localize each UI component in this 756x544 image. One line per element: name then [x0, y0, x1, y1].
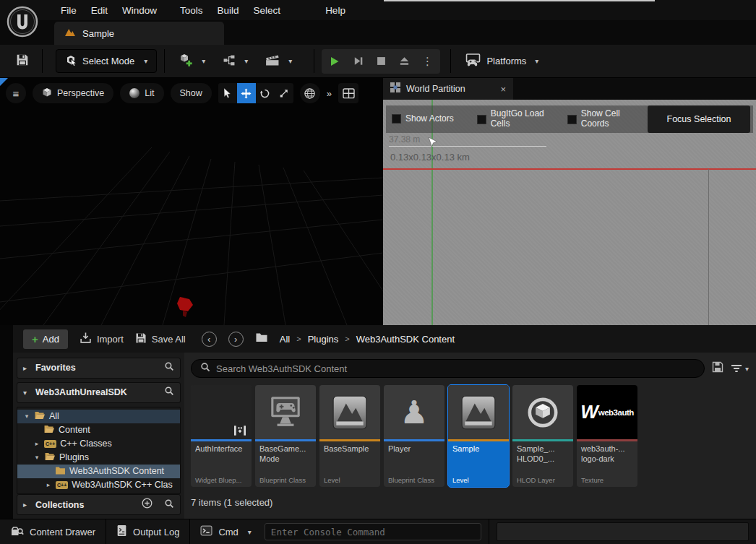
save-search-icon[interactable] [712, 361, 723, 376]
cmd-dropdown[interactable]: Cmd ▾ [190, 519, 261, 544]
menu-file[interactable]: File [53, 2, 84, 19]
search-icon[interactable] [164, 498, 174, 511]
play-options-kebab[interactable]: ⋮ [416, 51, 439, 72]
add-asset-button[interactable]: + Add [23, 329, 68, 349]
menu-help[interactable]: Help [318, 2, 353, 19]
back-button[interactable]: ‹ [202, 332, 217, 347]
search-icon [200, 362, 210, 375]
save-current-level-button[interactable] [10, 50, 35, 72]
asset-search-input[interactable] [191, 359, 705, 378]
asset-tile-authinterface[interactable]: AuthInterfaceWidget Bluep... [191, 385, 252, 487]
menu-edit[interactable]: Edit [84, 2, 115, 19]
output-log-button[interactable]: Output Log [106, 519, 189, 544]
collapse-arrow-icon[interactable]: ▾ [23, 389, 30, 397]
collections-section[interactable]: ▸ Collections [17, 494, 181, 515]
asset-thumbnail [255, 385, 316, 439]
add-collection-icon[interactable] [142, 498, 153, 511]
asset-tile-basegamemode[interactable]: BaseGame... ModeBlueprint Class [255, 385, 316, 487]
asset-tile-basesample[interactable]: BaseSampleLevel [319, 385, 380, 487]
tree-item-web3authsdk-content[interactable]: Web3AuthSDK Content [17, 465, 180, 478]
stop-button[interactable] [369, 51, 392, 72]
chevron-down-icon: ▾ [144, 57, 147, 65]
breadcrumb-current[interactable]: Web3AuthSDK Content [356, 334, 455, 345]
save-all-button[interactable]: Save All [135, 332, 186, 346]
asset-thumbnail [512, 385, 573, 439]
platforms-dropdown[interactable]: Platforms ▾ [458, 50, 544, 73]
add-actor-dropdown[interactable]: ▾ [172, 49, 211, 73]
unreal-logo-icon[interactable] [5, 4, 40, 39]
asset-tile-web3auth-logo[interactable]: W web3auth web3auth-... logo-darkTexture [577, 385, 637, 487]
menu-select[interactable]: Select [246, 2, 288, 19]
blueprints-dropdown[interactable]: ▾ [217, 51, 254, 72]
frame-skip-button[interactable] [346, 51, 369, 72]
forward-button[interactable]: › [228, 332, 244, 347]
save-all-label: Save All [152, 334, 186, 345]
open-folder-icon [44, 452, 56, 463]
asset-tile-player[interactable]: ♟ PlayerBlueprint Class [384, 385, 444, 487]
search-icon[interactable] [164, 361, 174, 374]
play-button[interactable] [323, 51, 346, 72]
checkbox[interactable] [392, 114, 401, 124]
world-partition-minimap[interactable]: Show Actors BugItGo Load Cells Show Cell… [383, 100, 756, 325]
breadcrumb-plugins[interactable]: Plugins [308, 334, 339, 345]
menu-window[interactable]: Window [115, 2, 164, 19]
expand-arrow-icon[interactable]: ▸ [23, 501, 30, 509]
cinematics-dropdown[interactable]: ▾ [259, 51, 298, 72]
viewport-layout-button[interactable] [338, 83, 358, 103]
select-mode-label: Select Mode [82, 56, 134, 66]
asset-thumbnail: W web3auth [577, 385, 637, 439]
asset-tile-sample-selected[interactable]: SampleLevel [448, 385, 509, 487]
select-tool-button[interactable] [218, 83, 237, 103]
show-dropdown[interactable]: Show [171, 83, 212, 103]
tab-sample-level[interactable]: Sample [54, 22, 224, 45]
breadcrumb-separator: > [345, 334, 349, 343]
focus-selection-button[interactable]: Focus Selection [648, 105, 750, 133]
show-actors-checkbox-row[interactable]: Show Actors [392, 114, 454, 124]
rotate-tool-button[interactable] [256, 83, 275, 103]
tree-item-cpp-classes[interactable]: ▸ C++ C++ Classes [17, 437, 180, 451]
red-actor [177, 297, 193, 311]
console-command-input[interactable] [265, 523, 481, 540]
chevron-down-icon: ▾ [535, 57, 538, 65]
menu-tools[interactable]: Tools [173, 2, 210, 19]
bugitgo-checkbox-row[interactable]: BugItGo Load Cells [477, 109, 544, 129]
console-field[interactable] [271, 527, 475, 537]
favorites-section[interactable]: ▸ Favorites [17, 358, 181, 379]
breadcrumb-all[interactable]: All [280, 334, 290, 345]
tree-item-content[interactable]: Content [17, 423, 180, 437]
show-cell-coords-label: Show Cell Coords [581, 109, 620, 129]
import-icon [80, 332, 92, 346]
viewport-options-menu-icon[interactable]: ≡ [6, 83, 26, 103]
tree-item-all[interactable]: ▾ All [17, 410, 180, 423]
search-icon[interactable] [164, 386, 174, 399]
expand-arrow-icon[interactable]: ▸ [23, 364, 30, 372]
level-viewport[interactable]: ≡ Perspective Lit Show [0, 78, 383, 325]
tree-item-plugins[interactable]: ▾ Plugins [17, 451, 180, 465]
lit-dropdown[interactable]: Lit [120, 83, 163, 103]
select-mode-dropdown[interactable]: Select Mode ▾ [56, 49, 157, 73]
checkbox[interactable] [477, 115, 486, 124]
content-drawer-button[interactable]: Content Drawer [0, 519, 106, 544]
scale-tool-button[interactable] [275, 83, 293, 103]
asset-tile-sample-hlod[interactable]: Sample_... HLOD0_...HLOD Layer [512, 385, 573, 487]
eject-button[interactable] [392, 51, 416, 72]
import-button[interactable]: Import [80, 332, 124, 346]
content-browser-sidebar: ▸ Favorites ▾ Web3AuthUnrealSDK ▾ All [13, 353, 184, 519]
tree-item-web3authsdk-cpp[interactable]: ▸ C++ Web3AuthSDK C++ Clas [17, 478, 180, 492]
project-section[interactable]: ▾ Web3AuthUnrealSDK [17, 382, 181, 403]
widget-blueprint-icon [233, 425, 247, 436]
search-field[interactable] [216, 363, 695, 374]
world-local-space-toggle[interactable] [300, 83, 320, 103]
clapperboard-icon [265, 54, 280, 69]
checkbox[interactable] [567, 115, 577, 124]
filters-dropdown[interactable]: ▾ [731, 364, 749, 373]
content-browser: + Add Import Save All ‹ › All [13, 325, 756, 519]
perspective-dropdown[interactable]: Perspective [33, 83, 113, 103]
tab-world-partition[interactable]: World Partition × [383, 78, 513, 100]
close-tab-icon[interactable]: × [500, 84, 506, 95]
menu-build[interactable]: Build [210, 2, 246, 19]
toolbar-overflow-chevrons[interactable]: » [327, 88, 332, 99]
move-tool-button[interactable] [237, 83, 256, 103]
show-cell-coords-checkbox-row[interactable]: Show Cell Coords [567, 109, 620, 129]
viewport-grid [0, 78, 383, 325]
